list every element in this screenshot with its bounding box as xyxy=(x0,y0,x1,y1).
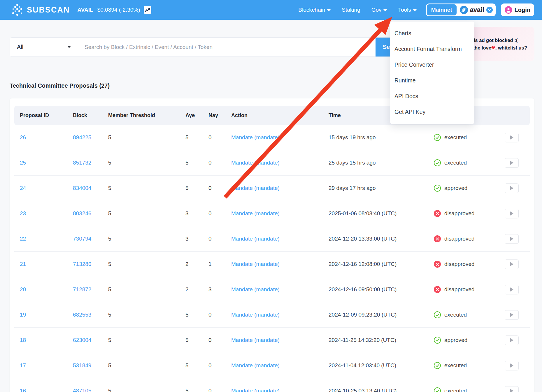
nay-count: 0 xyxy=(208,362,230,369)
aye-count: 5 xyxy=(185,337,208,343)
block-link[interactable]: 623004 xyxy=(72,337,107,343)
menu-item-runtime[interactable]: Runtime xyxy=(390,73,474,88)
expand-row-button[interactable] xyxy=(505,386,519,392)
table-row: 17531849550Mandate (mandate)2024-11-04 1… xyxy=(14,353,530,378)
status-cross-icon xyxy=(434,286,441,293)
proposal-id-link[interactable]: 16 xyxy=(14,388,72,392)
chevron-down-icon[interactable] xyxy=(486,7,493,13)
action-link[interactable]: Mandate (mandate) xyxy=(230,134,328,141)
nay-count: 0 xyxy=(208,160,230,166)
expand-row-button[interactable] xyxy=(505,183,519,193)
menu-item-account-format-transform[interactable]: Account Format Transform xyxy=(390,41,474,57)
time-value: 2024-11-25 14:32:20 (UTC) xyxy=(328,337,428,343)
proposal-id-link[interactable]: 19 xyxy=(14,312,72,318)
table-row: 18623004550Mandate (mandate)2024-11-25 1… xyxy=(14,328,530,353)
action-link[interactable]: Mandate (mandate) xyxy=(230,261,328,267)
proposal-id-link[interactable]: 21 xyxy=(14,261,72,267)
block-link[interactable]: 834004 xyxy=(72,185,107,191)
play-icon xyxy=(510,135,513,140)
status-cross-icon xyxy=(434,210,441,217)
proposal-id-link[interactable]: 20 xyxy=(14,286,72,293)
time-value: 2025-01-06 08:03:40 (UTC) xyxy=(328,210,428,217)
price-chart-icon[interactable] xyxy=(144,6,151,14)
expand-row-button[interactable] xyxy=(505,310,519,320)
nav-item-tools[interactable]: Tools xyxy=(398,7,416,13)
aye-count: 5 xyxy=(185,134,208,141)
menu-item-api-docs[interactable]: API Docs xyxy=(390,88,474,104)
nav-item-blockchain[interactable]: Blockchain xyxy=(298,7,331,13)
member-threshold-value: 5 xyxy=(107,388,185,392)
chevron-down-icon xyxy=(413,9,417,11)
block-link[interactable]: 531849 xyxy=(72,362,107,369)
menu-item-charts[interactable]: Charts xyxy=(390,25,474,41)
expand-row-button[interactable] xyxy=(505,133,519,142)
menu-item-get-api-key[interactable]: Get API Key xyxy=(390,104,474,120)
action-link[interactable]: Mandate (mandate) xyxy=(230,312,328,318)
status-cell: disapproved xyxy=(428,261,499,268)
expand-cell xyxy=(499,209,530,218)
proposal-id-link[interactable]: 18 xyxy=(14,337,72,343)
expand-row-button[interactable] xyxy=(505,234,519,244)
proposal-id-link[interactable]: 22 xyxy=(14,236,72,242)
time-value: 2024-11-04 12:03:40 (UTC) xyxy=(328,362,428,369)
action-link[interactable]: Mandate (mandate) xyxy=(230,337,328,343)
action-link[interactable]: Mandate (mandate) xyxy=(230,236,328,242)
expand-row-button[interactable] xyxy=(505,259,519,269)
expand-row-button[interactable] xyxy=(505,336,519,345)
chevron-down-icon xyxy=(383,9,387,11)
nay-count: 0 xyxy=(208,337,230,343)
play-icon xyxy=(510,262,513,266)
action-link[interactable]: Mandate (mandate) xyxy=(230,160,328,166)
action-link[interactable]: Mandate (mandate) xyxy=(230,286,328,293)
block-link[interactable]: 712872 xyxy=(72,286,107,293)
menu-item-price-converter[interactable]: Price Converter xyxy=(390,57,474,73)
block-link[interactable]: 851732 xyxy=(72,160,107,166)
expand-row-button[interactable] xyxy=(505,285,519,294)
status-check-icon xyxy=(434,387,441,392)
action-link[interactable]: Mandate (mandate) xyxy=(230,388,328,392)
block-link[interactable]: 682553 xyxy=(72,312,107,318)
chain-selector[interactable]: avail xyxy=(460,6,493,14)
expand-row-button[interactable] xyxy=(505,209,519,218)
status-check-icon xyxy=(434,159,441,166)
play-icon xyxy=(510,363,513,368)
status-cell: executed xyxy=(428,362,499,369)
aye-count: 5 xyxy=(185,362,208,369)
block-link[interactable]: 730794 xyxy=(72,236,107,242)
login-button[interactable]: Login xyxy=(501,3,534,16)
expand-row-button[interactable] xyxy=(505,158,519,168)
action-link[interactable]: Mandate (mandate) xyxy=(230,362,328,369)
block-link[interactable]: 487105 xyxy=(72,388,107,392)
proposal-id-link[interactable]: 23 xyxy=(14,210,72,217)
proposal-id-link[interactable]: 17 xyxy=(14,362,72,369)
proposal-id-link[interactable]: 26 xyxy=(14,134,72,141)
expand-cell xyxy=(499,133,530,142)
search-input[interactable] xyxy=(78,38,376,56)
block-link[interactable]: 713286 xyxy=(72,261,107,267)
expand-cell xyxy=(499,259,530,269)
time-value: 2024-12-16 09:50:00 (UTC) xyxy=(328,286,428,293)
subscan-logo[interactable]: SUBSCAN xyxy=(10,3,70,17)
nav-item-label: Tools xyxy=(398,7,411,13)
proposal-id-link[interactable]: 25 xyxy=(14,160,72,166)
mainnet-button[interactable]: Mainnet xyxy=(427,4,457,15)
table-row: 21713286521Mandate (mandate)2024-12-16 1… xyxy=(14,252,530,277)
action-link[interactable]: Mandate (mandate) xyxy=(230,185,328,191)
table-row: 23803246530Mandate (mandate)2025-01-06 0… xyxy=(14,201,530,226)
nav-item-gov[interactable]: Gov xyxy=(371,7,387,13)
aye-count: 5 xyxy=(185,185,208,191)
status-cell: disapproved xyxy=(428,235,499,242)
status-check-icon xyxy=(434,337,441,344)
expand-row-button[interactable] xyxy=(505,361,519,370)
action-link[interactable]: Mandate (mandate) xyxy=(230,210,328,217)
status-badge: executed xyxy=(444,134,467,141)
heart-icon: ❤ xyxy=(491,45,495,50)
status-check-icon xyxy=(434,185,441,192)
search-filter-select[interactable]: All xyxy=(10,38,78,56)
nav-item-staking[interactable]: Staking xyxy=(342,7,360,13)
block-link[interactable]: 803246 xyxy=(72,210,107,217)
aye-count: 5 xyxy=(185,312,208,318)
block-link[interactable]: 894225 xyxy=(72,134,107,141)
proposal-id-link[interactable]: 24 xyxy=(14,185,72,191)
search-bar: All Search xyxy=(10,37,410,57)
